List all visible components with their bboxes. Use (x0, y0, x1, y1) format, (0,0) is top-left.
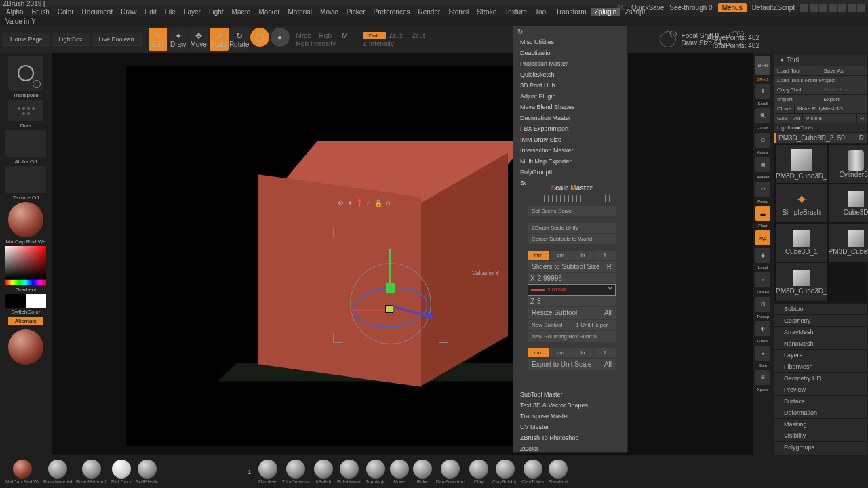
shelf-persp-button[interactable]: ▭ (755, 182, 770, 197)
section-masking[interactable]: Masking (774, 418, 867, 430)
load-tool-button[interactable]: Load Tool (774, 66, 821, 75)
menu-light[interactable]: Light (205, 8, 227, 16)
zbrush-scale-unify-button[interactable]: ZBrush Scale Unify (528, 223, 616, 233)
sculptris-toggle-button[interactable]: ● (271, 28, 290, 47)
x-value-row[interactable]: X2.99998 (528, 273, 616, 283)
home-button[interactable]: Home Page (3, 33, 50, 46)
brush-preview-icon[interactable] (660, 31, 676, 47)
tool-item-cube[interactable]: PM3D_Cube3D_ (776, 145, 827, 183)
hue-strip[interactable] (5, 280, 46, 285)
secondary-material-sphere[interactable] (8, 329, 43, 365)
rotate-mode-button[interactable]: ↻Rotate (230, 28, 249, 51)
viewport[interactable]: ⚙✦ 📍⌂ 🔒⊖ Value in Y (52, 53, 753, 455)
gear-icon[interactable]: ⚙ (336, 199, 344, 207)
y-value-field[interactable] (547, 286, 574, 293)
menu-draw[interactable]: Draw (117, 8, 140, 16)
brush-clay[interactable]: Clay (469, 460, 488, 484)
lightbox-button[interactable]: LightBox (52, 33, 90, 46)
unit2-mm-button[interactable]: mm (528, 348, 549, 357)
y-value-input[interactable]: Y (528, 284, 616, 296)
shelf-floor-button[interactable]: ▬ (755, 206, 770, 221)
section-fibermesh[interactable]: FiberMesh (774, 361, 867, 372)
section-subtool[interactable]: Subtool (774, 303, 867, 314)
plugin-3d-print-hub[interactable]: 3D Print Hub (513, 80, 627, 91)
material-basicmaterial[interactable]: BasicMaterial (43, 460, 72, 484)
lock-icon[interactable]: 🔒 (374, 199, 382, 207)
menus-button[interactable]: Menus (718, 3, 747, 12)
mrgb-button[interactable]: Mrgb (296, 32, 317, 39)
move-mode-button[interactable]: ✥Move (189, 28, 208, 51)
stroke-widget[interactable] (8, 100, 43, 121)
plugin-misc-utilities[interactable]: Misc Utilities (513, 37, 627, 47)
scale-mode-button[interactable]: ⤢Scale (210, 28, 229, 51)
tool-item-cube3d[interactable]: Cube3D (829, 184, 868, 222)
menu-render[interactable]: Render (415, 8, 444, 16)
set-scene-scale-button[interactable]: Set Scene Scale (528, 206, 616, 216)
copy-tool-button[interactable]: Copy Tool (774, 85, 821, 94)
plugin-subtool-master[interactable]: SubTool Master (513, 389, 627, 400)
import-button[interactable]: Import (774, 95, 821, 104)
spix-label[interactable]: SPix 3 (757, 77, 768, 81)
material-basicmaterial2[interactable]: BasicMaterial2 (76, 460, 107, 484)
maximize-icon[interactable] (848, 4, 856, 12)
sliders-subtool-button[interactable]: Sliders to Subtool SizeR (528, 261, 616, 272)
shelf-xyz-button[interactable]: Xyz (755, 230, 770, 245)
tool-header[interactable]: Tool (774, 54, 867, 66)
z-value-row[interactable]: Z3 (528, 296, 616, 306)
section-deformation[interactable]: Deformation (774, 407, 867, 418)
unit-cm-button[interactable]: cm (550, 251, 572, 260)
section-visibility[interactable]: Visibility (774, 430, 867, 441)
shelf-xpose-button[interactable]: ⊞ (755, 370, 770, 385)
gizmo-x-axis[interactable] (350, 309, 391, 311)
menu-marker[interactable]: Marker (255, 8, 283, 16)
zadd-button[interactable]: Zadd (363, 32, 386, 39)
tool-item-pm3d-1[interactable]: PM3D_Cube3D_1 (829, 224, 868, 262)
liveboolean-button[interactable]: Live Boolean (92, 33, 142, 46)
brush-damstandard[interactable]: DamStandard (436, 460, 465, 484)
pin-icon[interactable]: 📍 (355, 199, 363, 207)
plugin-maya-blend-shapes[interactable]: Maya Blend Shapes (513, 102, 627, 113)
plugin-text-3d-&-vector-shapes[interactable]: Text 3D & Vector Shapes (513, 400, 627, 411)
rgb-button[interactable]: Rgb (319, 32, 340, 39)
quicksave-button[interactable]: QuickSave (631, 4, 664, 12)
menu-stencil[interactable]: Stencil (445, 8, 472, 16)
layout-icon-4[interactable] (829, 4, 837, 12)
home-icon[interactable]: ⌂ (365, 199, 373, 207)
shelf-scroll-button[interactable]: ✥ (755, 84, 770, 99)
shelf-solo-button[interactable]: ● (755, 346, 770, 361)
white-swatch[interactable] (26, 294, 46, 308)
menu-transform[interactable]: Transform (552, 8, 589, 16)
paste-tool-button[interactable]: Paste Tool (821, 85, 867, 94)
edit-mode-button[interactable]: ✎Edit (149, 28, 167, 51)
plugin-multi-map-exporter[interactable]: Multi Map Exporter (513, 156, 627, 167)
brush-standard[interactable]: Standard (548, 460, 567, 484)
unit2-in-button[interactable]: in (572, 348, 594, 357)
section-preview[interactable]: Preview (774, 384, 867, 395)
alternate-button[interactable]: Alternate (8, 317, 43, 325)
brush-trimdynamic[interactable]: TrimDynamic (282, 460, 310, 484)
tool-item-cube3d-1[interactable]: Cube3D_1 (776, 224, 827, 262)
menu-edit[interactable]: Edit (142, 8, 160, 16)
plugin-intersection-masker[interactable]: Intersection Masker (513, 145, 627, 156)
plugin-zbrush-to-photoshop[interactable]: ZBrush To Photoshop (513, 432, 627, 443)
close-icon[interactable] (857, 4, 865, 12)
plugin-uv-master[interactable]: UV Master (513, 422, 627, 432)
menu-preferences[interactable]: Preferences (370, 8, 414, 16)
gradient-label[interactable]: Gradient (16, 287, 37, 293)
shelf-aahalf-button[interactable]: ▦ (755, 157, 770, 172)
material-matcap-red-wa[interactable]: MatCap Red Wa (5, 460, 39, 484)
transform-gizmo[interactable] (343, 256, 438, 351)
menu-tool[interactable]: Tool (532, 8, 551, 16)
transpose-widget[interactable] (8, 56, 43, 91)
menu-material[interactable]: Material (285, 8, 316, 16)
menu-brush[interactable]: Brush (28, 8, 53, 16)
layout-icon[interactable] (800, 4, 808, 12)
resize-subtool-button[interactable]: Resize SubtoolAll (528, 307, 616, 319)
export-button[interactable]: Export (821, 95, 867, 104)
menu-file[interactable]: File (161, 8, 179, 16)
brush-hpolish[interactable]: hPolish (314, 460, 333, 484)
unit2-cm-button[interactable]: cm (550, 348, 572, 357)
minimize-icon[interactable] (838, 4, 846, 12)
brush-polishmove[interactable]: PolishMove (337, 460, 361, 484)
goz-r-button[interactable]: R (857, 114, 867, 123)
